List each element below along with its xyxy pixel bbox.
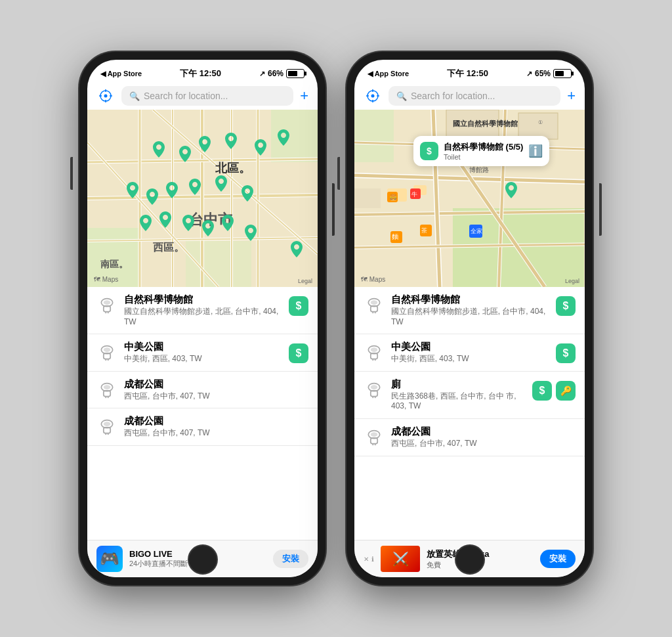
install-button-1[interactable]: 安裝 bbox=[273, 550, 308, 568]
add-button-1[interactable]: + bbox=[300, 87, 308, 104]
item-addr-2-0: 國立自然科學博物館步道, 北區, 台中市, 404, TW bbox=[391, 307, 549, 327]
ad-close-2[interactable]: ✕ bbox=[364, 556, 369, 563]
toilet-icon-1-2 bbox=[96, 380, 117, 401]
add-button-2[interactable]: + bbox=[567, 87, 576, 104]
item-addr-2-1: 中美街, 西區, 403, TW bbox=[391, 354, 549, 364]
search-placeholder-2: Search for location... bbox=[411, 91, 495, 101]
location-button-2[interactable] bbox=[364, 87, 382, 105]
tooltip-info-2: 自然科學博物館 (5/5) Toilet bbox=[444, 141, 523, 161]
home-button-2[interactable] bbox=[455, 544, 485, 575]
item-info-2-1: 中美公園 中美街, 西區, 403, TW bbox=[391, 341, 549, 364]
svg-point-108 bbox=[371, 385, 377, 389]
svg-point-41 bbox=[104, 347, 110, 352]
item-name-1-0: 自然科學博物館 bbox=[124, 294, 282, 305]
status-left-1: ◀ App Store bbox=[100, 70, 142, 78]
status-bar-2: ◀ App Store 下午 12:50 ↗ 65% bbox=[354, 60, 585, 82]
tooltip-info-icon-2[interactable]: ℹ️ bbox=[528, 144, 543, 158]
location-button-1[interactable] bbox=[96, 87, 115, 105]
toilet-icon-2-2 bbox=[364, 380, 385, 401]
tooltip-badge-2: $ bbox=[420, 142, 438, 160]
home-button-1[interactable] bbox=[188, 544, 218, 575]
svg-point-36 bbox=[104, 300, 110, 305]
svg-text:博館路: 博館路 bbox=[469, 166, 489, 173]
item-info-1-1: 中美公園 中美街, 西區, 403, TW bbox=[124, 341, 282, 364]
svg-rect-63 bbox=[354, 110, 394, 162]
svg-rect-105 bbox=[372, 359, 373, 361]
toilet-icon-1-3 bbox=[96, 416, 117, 437]
list-area-2: 自然科學博物館 國立自然科學博物館步道, 北區, 台中市, 404, TW $ bbox=[354, 287, 585, 540]
list-item-2-0[interactable]: 自然科學博物館 國立自然科學博物館步道, 北區, 台中市, 404, TW $ bbox=[354, 287, 585, 334]
search-placeholder-1: Search for location... bbox=[144, 91, 228, 101]
install-button-2[interactable]: 安裝 bbox=[540, 550, 576, 568]
direction-icon-1: ↗ bbox=[259, 70, 265, 78]
badge-key-2-2: 🔑 bbox=[556, 381, 576, 401]
tooltip-subtitle-2: Toilet bbox=[444, 153, 523, 161]
svg-text:🗺 Maps: 🗺 Maps bbox=[361, 276, 385, 283]
list-item-1-1[interactable]: 中美公園 中美街, 西區, 403, TW $ bbox=[87, 334, 318, 372]
status-left-2: ◀ App Store bbox=[368, 70, 409, 78]
list-item-1-2[interactable]: 成都公園 西屯區, 台中市, 407, TW bbox=[87, 372, 318, 409]
item-addr-1-2: 西屯區, 台中市, 407, TW bbox=[124, 391, 302, 402]
list-item-1-3[interactable]: 成都公園 西屯區, 台中市, 407, TW bbox=[87, 408, 318, 446]
battery-tip-2 bbox=[572, 72, 574, 76]
search-input-1[interactable]: 🔍 Search for location... bbox=[121, 86, 293, 106]
map-area-1[interactable]: 北區。 台中市 西區。 南區。 bbox=[87, 110, 318, 287]
svg-rect-100 bbox=[372, 312, 373, 314]
svg-text:🍔: 🍔 bbox=[389, 193, 398, 202]
svg-rect-43 bbox=[105, 359, 106, 361]
badge-paid-1-0: $ bbox=[289, 296, 308, 316]
list-item-2-2[interactable]: 廁 民生路368巷, 西區, 台中市, 台中 市, 403, TW $ 🔑 bbox=[354, 372, 585, 419]
search-icon-1: 🔍 bbox=[129, 91, 140, 101]
item-info-1-3: 成都公園 西屯區, 台中市, 407, TW bbox=[124, 415, 302, 439]
item-addr-2-2: 民生路368巷, 西區, 台中市, 台中 市, 403, TW bbox=[391, 391, 526, 412]
status-right-2: ↗ 65% bbox=[526, 69, 572, 78]
svg-rect-106 bbox=[375, 359, 376, 361]
item-badges-2-1: $ bbox=[556, 343, 576, 363]
svg-rect-79 bbox=[518, 113, 558, 139]
status-right-1: ↗ 66% bbox=[259, 69, 304, 78]
svg-rect-111 bbox=[375, 396, 376, 398]
back-app-store-2[interactable]: ◀ App Store bbox=[368, 70, 409, 78]
tooltip-title-2: 自然科學博物館 (5/5) bbox=[444, 141, 523, 153]
battery-icon-1 bbox=[286, 69, 304, 78]
list-item-2-3[interactable]: 成都公園 西屯區, 台中市, 407, TW bbox=[354, 419, 585, 456]
svg-point-51 bbox=[104, 422, 110, 427]
svg-rect-116 bbox=[375, 444, 376, 446]
battery-label-1: 66% bbox=[268, 69, 284, 78]
svg-text:麵: 麵 bbox=[392, 233, 398, 240]
search-input-2[interactable]: 🔍 Search for location... bbox=[388, 86, 560, 106]
list-item-1-0[interactable]: 自然科學博物館 國立自然科學博物館步道, 北區, 台中市, 404, TW $ bbox=[87, 287, 318, 334]
item-addr-2-3: 西屯區, 台中市, 407, TW bbox=[391, 439, 569, 449]
svg-rect-110 bbox=[372, 396, 373, 398]
item-name-2-2: 廁 bbox=[391, 378, 526, 390]
list-item-2-1[interactable]: 中美公園 中美街, 西區, 403, TW $ bbox=[354, 334, 585, 372]
map-tooltip-2[interactable]: $ 自然科學博物館 (5/5) Toilet ℹ️ bbox=[413, 136, 549, 166]
item-badges-1-1: $ bbox=[289, 343, 308, 363]
svg-text:茶: 茶 bbox=[421, 227, 427, 234]
svg-point-46 bbox=[104, 385, 110, 389]
svg-rect-115 bbox=[372, 444, 373, 446]
ad-info-icon-2: ℹ bbox=[371, 556, 374, 563]
item-name-2-3: 成都公園 bbox=[391, 426, 569, 437]
badge-paid-2-2: $ bbox=[532, 381, 552, 401]
svg-point-98 bbox=[371, 300, 377, 305]
ad-icon-2: ⚔️ bbox=[381, 546, 420, 572]
item-badges-1-0: $ bbox=[289, 296, 308, 316]
svg-text:北區。: 北區。 bbox=[215, 162, 251, 175]
status-time-2: 下午 12:50 bbox=[447, 68, 488, 79]
item-info-1-0: 自然科學博物館 國立自然科學博物館步道, 北區, 台中市, 404, TW bbox=[124, 294, 282, 327]
search-bar-1: 🔍 Search for location... + bbox=[87, 82, 318, 110]
svg-text:全家: 全家 bbox=[471, 228, 482, 234]
badge-paid-2-0: $ bbox=[556, 296, 576, 316]
map-area-2[interactable]: 國立自然科學博物館 ① 博館路 🍔 牛 麵 茶 全家 bbox=[354, 110, 585, 287]
svg-rect-80 bbox=[354, 188, 381, 208]
item-name-1-3: 成都公園 bbox=[124, 415, 302, 427]
map-legal-1: Legal bbox=[298, 278, 312, 284]
svg-rect-9 bbox=[186, 241, 251, 287]
list-area-1: 自然科學博物館 國立自然科學博物館步道, 北區, 台中市, 404, TW $ bbox=[87, 287, 318, 540]
item-info-2-0: 自然科學博物館 國立自然科學博物館步道, 北區, 台中市, 404, TW bbox=[391, 294, 549, 327]
toilet-icon-2-0 bbox=[364, 295, 385, 316]
back-app-store-1[interactable]: ◀ App Store bbox=[100, 70, 142, 78]
phone-1: ◀ App Store 下午 12:50 ↗ 66% bbox=[79, 52, 326, 585]
svg-point-56 bbox=[371, 95, 375, 98]
